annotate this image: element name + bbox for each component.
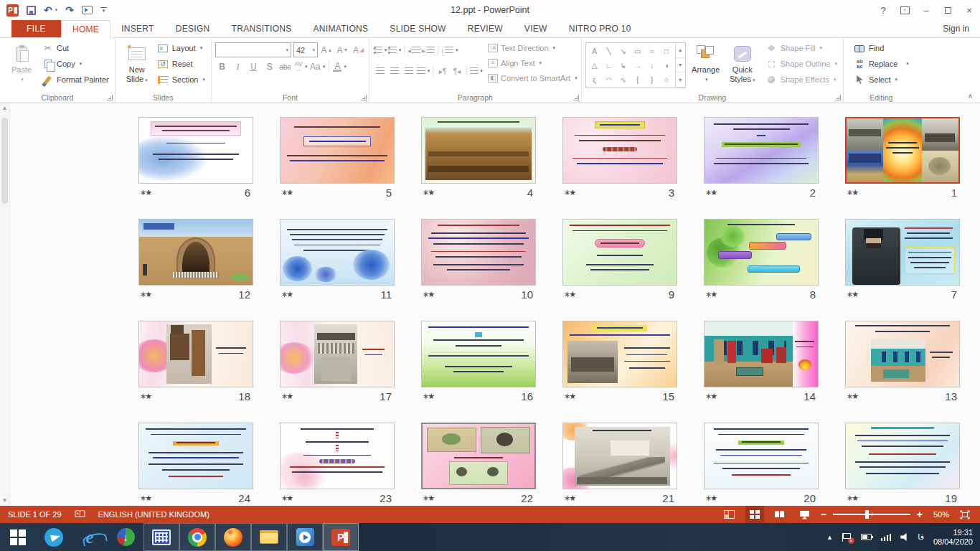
animation-indicator-icon[interactable]: ∗★ [847, 494, 857, 503]
slide-thumbnail-20[interactable]: ∗★20 [704, 423, 819, 506]
taskbar-internet-explorer[interactable]: e [72, 523, 108, 551]
find-button[interactable]: Find [852, 40, 911, 56]
convert-to-smartart-button[interactable]: ◧Convert to SmartArt▾ [488, 70, 578, 85]
right-to-left-button[interactable]: ¶◂ [450, 64, 464, 78]
slide-thumbnail-4[interactable]: ∗★4 [421, 117, 536, 219]
animation-indicator-icon[interactable]: ∗★ [423, 290, 433, 299]
shape-glyph[interactable]: ◠ [602, 72, 616, 87]
tab-review[interactable]: REVIEW [457, 20, 514, 37]
slide-thumbnail-1[interactable]: ∗★1 [845, 117, 960, 219]
tray-expand-icon[interactable]: ▲ [826, 534, 833, 541]
shape-glyph[interactable]: ς [588, 72, 602, 87]
slide-thumbnail-21[interactable]: ∗★21 [562, 423, 677, 506]
align-left-button[interactable] [373, 64, 387, 78]
decrease-font-size-button[interactable]: A▼ [336, 43, 349, 57]
shape-glyph[interactable]: ∿ [616, 72, 631, 87]
animation-indicator-icon[interactable]: ∗★ [140, 392, 151, 401]
powerpoint-app-icon[interactable]: P [6, 4, 19, 17]
start-button[interactable] [0, 523, 36, 551]
shape-glyph[interactable]: ▭ [631, 44, 645, 58]
shape-glyph[interactable]: △ [588, 58, 602, 72]
slide-thumbnail-11[interactable]: ∗★11 [280, 219, 395, 321]
taskbar-media-player[interactable] [287, 523, 323, 551]
sign-in-link[interactable]: Sign in [943, 20, 980, 37]
scroll-up-icon[interactable]: ▲ [2, 103, 8, 113]
paste-button[interactable]: Paste ▾ [4, 40, 39, 91]
text-direction-button[interactable]: ↕AText Direction▾ [488, 40, 578, 55]
animation-indicator-icon[interactable]: ∗★ [705, 188, 716, 197]
align-text-button[interactable]: ≡Align Text▾ [488, 55, 578, 70]
animation-indicator-icon[interactable]: ∗★ [705, 392, 716, 401]
slide-thumbnail-10[interactable]: ∗★10 [421, 219, 536, 321]
shape-glyph[interactable]: □ [659, 44, 674, 58]
paragraph-dialog-launcher[interactable] [573, 95, 579, 100]
action-center-icon[interactable]: × [842, 533, 852, 542]
animation-indicator-icon[interactable]: ∗★ [705, 290, 716, 299]
taskbar-telegram[interactable] [36, 523, 72, 551]
zoom-slider[interactable] [833, 506, 910, 523]
slide-thumbnail-23[interactable]: ∗★23 [280, 423, 395, 506]
shape-glyph[interactable]: ∟ [602, 58, 616, 72]
slide-thumbnail-5[interactable]: ∗★5 [280, 117, 395, 219]
decrease-indent-button[interactable]: ◂ [407, 43, 421, 57]
clock[interactable]: 19:31 08/04/2020 [933, 528, 973, 547]
strikethrough-button[interactable]: abc [278, 60, 292, 74]
align-right-button[interactable] [402, 64, 416, 78]
cut-button[interactable]: ✂Cut [39, 40, 111, 56]
tab-home[interactable]: HOME [61, 20, 110, 38]
slide-thumbnail-8[interactable]: ∗★8 [704, 219, 819, 321]
tab-insert[interactable]: INSERT [110, 20, 165, 37]
shape-glyph[interactable]: ↓ [645, 58, 659, 72]
animation-indicator-icon[interactable]: ∗★ [847, 290, 857, 299]
drawing-dialog-launcher[interactable] [835, 95, 841, 100]
animation-indicator-icon[interactable]: ∗★ [140, 290, 151, 299]
taskbar-file-explorer[interactable] [251, 523, 287, 551]
animation-indicator-icon[interactable]: ∗★ [281, 392, 292, 401]
layout-button[interactable]: Layout▾ [155, 40, 207, 56]
numbering-button[interactable]: ▾ [387, 43, 402, 57]
animation-indicator-icon[interactable]: ∗★ [847, 392, 857, 401]
normal-view-button[interactable] [720, 506, 739, 523]
left-to-right-button[interactable]: ▸¶ [435, 64, 450, 78]
shapes-more-icon[interactable]: ▼ [676, 72, 685, 88]
justify-button[interactable]: ▾ [416, 64, 430, 78]
customize-qat-icon[interactable]: ▾ [100, 7, 107, 14]
slide-thumbnail-18[interactable]: ∗★18 [138, 321, 253, 423]
shape-glyph[interactable]: { [631, 72, 645, 87]
tab-transitions[interactable]: TRANSITIONS [221, 20, 303, 37]
animation-indicator-icon[interactable]: ∗★ [281, 290, 292, 299]
bold-button[interactable]: B [215, 60, 229, 74]
taskbar-chrome[interactable] [179, 523, 215, 551]
font-color-button[interactable]: A▾ [333, 60, 347, 74]
volume-icon[interactable] [900, 533, 908, 541]
zoom-in-button[interactable]: + [917, 509, 923, 520]
animation-indicator-icon[interactable]: ∗★ [705, 494, 716, 503]
animation-indicator-icon[interactable]: ∗★ [564, 392, 575, 401]
taskbar-firefox[interactable] [215, 523, 251, 551]
character-spacing-button[interactable]: AV↔▾ [294, 60, 308, 74]
restore-button[interactable] [937, 0, 958, 20]
taskbar-remote-desktop[interactable] [143, 523, 179, 551]
italic-button[interactable]: I [231, 60, 245, 74]
animation-indicator-icon[interactable]: ∗★ [281, 188, 292, 197]
tab-view[interactable]: VIEW [514, 20, 558, 37]
ribbon-display-options-button[interactable]: ↑ [894, 0, 915, 20]
animation-indicator-icon[interactable]: ∗★ [847, 188, 857, 197]
slide-thumbnail-17[interactable]: ∗★17 [280, 321, 395, 423]
line-spacing-button[interactable]: ↕▾ [440, 43, 458, 57]
animation-indicator-icon[interactable]: ∗★ [140, 494, 151, 503]
arrange-button[interactable]: Arrange ▾ [686, 40, 726, 91]
increase-font-size-button[interactable]: A▲ [320, 43, 334, 57]
clear-formatting-button[interactable]: A◢ [352, 43, 365, 57]
shape-glyph[interactable]: ↳ [616, 58, 631, 72]
copy-button[interactable]: Copy▾ [39, 56, 111, 72]
taskbar-download-manager[interactable]: ↓ [108, 523, 143, 551]
underline-button[interactable]: U [247, 60, 260, 74]
select-button[interactable]: Select▾ [852, 72, 911, 88]
shapes-scroll-down-icon[interactable]: ▼ [676, 58, 685, 73]
shape-glyph[interactable]: } [645, 72, 659, 87]
animation-indicator-icon[interactable]: ∗★ [564, 494, 575, 503]
font-name-combo[interactable]: ▾ [215, 42, 291, 57]
slide-show-button[interactable] [796, 506, 814, 523]
columns-button[interactable]: ▾ [469, 64, 484, 78]
